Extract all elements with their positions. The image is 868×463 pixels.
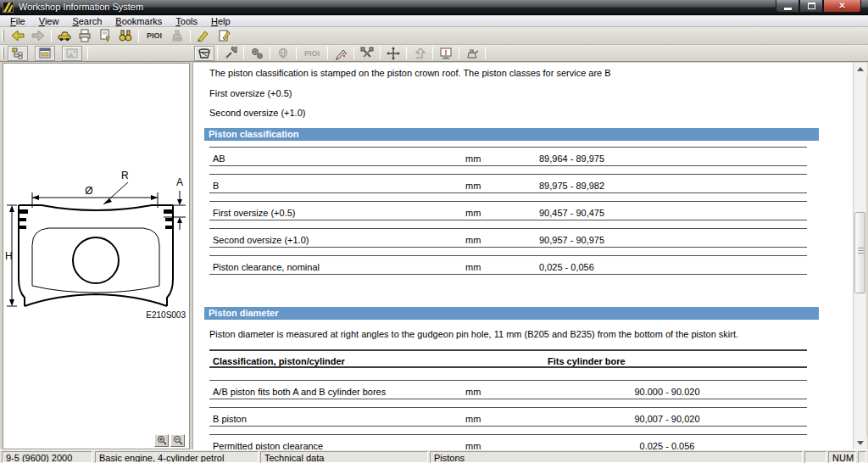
menu-help[interactable]: Help — [204, 16, 237, 26]
tools-button[interactable] — [357, 46, 377, 61]
title-bar: Workshop Information System ✕ — [0, 0, 868, 15]
back-button[interactable] — [8, 28, 28, 43]
annotate-button[interactable] — [214, 28, 234, 43]
window-title: Workshop Information System — [19, 2, 143, 12]
edge-label: A — [176, 176, 183, 188]
highlight-button[interactable] — [193, 28, 214, 43]
table-row: Permitted piston clearance mm 0,025 - 0,… — [209, 434, 807, 449]
status-numlock: NUM — [828, 451, 856, 463]
zoom-out-icon — [173, 435, 183, 447]
binoculars-icon — [119, 29, 132, 42]
toolbar-separator — [87, 47, 88, 59]
toc-tree-button[interactable] — [8, 46, 28, 61]
status-vehicle: 9-5 (9600) 2000 — [2, 451, 92, 463]
oversize2-text: Second oversize (+1.0) — [209, 108, 305, 118]
scroll-down-icon — [857, 441, 864, 445]
figure-code: E210S003 — [146, 310, 186, 320]
table-row: A/B piston fits both A and B cylinder bo… — [209, 380, 807, 399]
toolbar-separator — [51, 30, 52, 42]
toolbar-separator — [270, 47, 270, 59]
image-icon — [65, 47, 79, 60]
printer-icon — [78, 29, 92, 42]
table-row: First oversize (+0.5) mm 90,457 - 90,475 — [209, 201, 807, 220]
scrollbar-thumb[interactable] — [854, 212, 865, 293]
window-controls: ✕ — [776, 0, 861, 13]
minimize-icon — [784, 8, 792, 10]
menu-view[interactable]: View — [32, 16, 66, 26]
minimize-button[interactable] — [776, 0, 799, 13]
toolbar-separator — [190, 30, 191, 42]
tree-view-icon — [11, 47, 25, 60]
menu-bookmarks[interactable]: Bookmarks — [108, 16, 169, 26]
zoom-in-button[interactable] — [154, 434, 169, 447]
status-bar: 9-5 (9600) 2000 Basic engine, 4-cylinder… — [0, 449, 868, 463]
piston-group-button[interactable] — [194, 46, 214, 61]
forward-arrow-icon — [31, 29, 45, 42]
systems-button-disabled — [273, 46, 293, 61]
app-window: Workshop Information System ✕ File View … — [0, 0, 868, 463]
zoom-in-icon — [157, 435, 167, 447]
menu-search[interactable]: Search — [65, 16, 108, 26]
scroll-down-button[interactable] — [854, 437, 867, 449]
svg-text:!: ! — [445, 48, 448, 57]
image-view-button-disabled — [62, 46, 82, 61]
main-toolbar: PIOI — [0, 27, 868, 45]
menu-file[interactable]: File — [3, 16, 32, 26]
document-pane: The piston classification is stamped on … — [192, 63, 853, 449]
status-topic: Pistons — [430, 451, 803, 463]
vehicle-select-button[interactable] — [54, 28, 75, 43]
close-button[interactable]: ✕ — [823, 0, 861, 13]
table-row: B mm 89,975 - 89,982 — [209, 174, 807, 193]
marker-button[interactable] — [331, 46, 351, 61]
highlighter-icon — [197, 29, 210, 42]
close-icon: ✕ — [824, 1, 860, 10]
document-view-button[interactable] — [35, 46, 55, 61]
table-row: B piston mm 90,007 - 90,020 — [209, 407, 807, 427]
print-button[interactable] — [75, 28, 95, 43]
table-row: AB mm 89,964 - 89,975 — [209, 147, 807, 166]
service-button[interactable] — [220, 46, 241, 61]
monitor-alert-icon: ! — [439, 47, 453, 60]
back-arrow-icon — [11, 29, 25, 42]
height-label: H — [5, 250, 13, 262]
search-button[interactable] — [115, 28, 136, 43]
table-header-row: Classification, piston/cylinder Fits cyl… — [209, 349, 807, 368]
toolbar-grip[interactable] — [2, 47, 4, 59]
scroll-up-button[interactable] — [854, 63, 867, 75]
fluids-button[interactable] — [462, 46, 482, 61]
toolbar-separator — [432, 47, 433, 59]
document-download-icon — [98, 29, 112, 42]
up-level-button-disabled — [409, 46, 430, 61]
zoom-out-button[interactable] — [170, 434, 185, 447]
scroll-up-icon — [857, 67, 864, 71]
illustration-panel: Ø R A H E210S003 — [3, 63, 190, 449]
toolbar-separator — [217, 47, 218, 59]
diameter-label: Ø — [85, 185, 92, 197]
toolbar-separator — [327, 47, 328, 59]
car-icon — [58, 29, 71, 42]
crossed-tools-icon — [360, 47, 374, 60]
radius-label: R — [121, 170, 129, 181]
status-system: Basic engine, 4-cylinder petrol — [95, 451, 259, 463]
wrench-icon — [224, 47, 237, 60]
export-document-button[interactable] — [95, 28, 115, 43]
alerts-button[interactable]: ! — [436, 46, 456, 61]
toolbar-separator — [243, 47, 244, 59]
pioi-button[interactable]: PIOI — [142, 28, 167, 43]
toolbar-grip[interactable] — [2, 30, 4, 42]
toolbar-separator — [353, 47, 354, 59]
table-row: Second oversize (+1.0) mm 90,957 - 90,97… — [209, 228, 807, 248]
section-header-classification: Piston classification — [204, 128, 819, 141]
pioi-button-disabled: PIOI — [299, 46, 325, 61]
gear-globe-icon — [276, 47, 290, 60]
menu-tools[interactable]: Tools — [169, 16, 204, 26]
forward-button[interactable] — [28, 28, 48, 43]
pan-button[interactable] — [383, 46, 403, 61]
oil-can-icon — [465, 47, 479, 60]
vertical-scrollbar[interactable] — [853, 63, 866, 449]
maximize-button[interactable] — [799, 0, 823, 13]
secondary-toolbar: PIOI ! — [0, 45, 868, 62]
window-panel-icon — [38, 47, 52, 60]
status-empty-2 — [858, 451, 866, 463]
technical-data-button[interactable] — [247, 46, 267, 61]
